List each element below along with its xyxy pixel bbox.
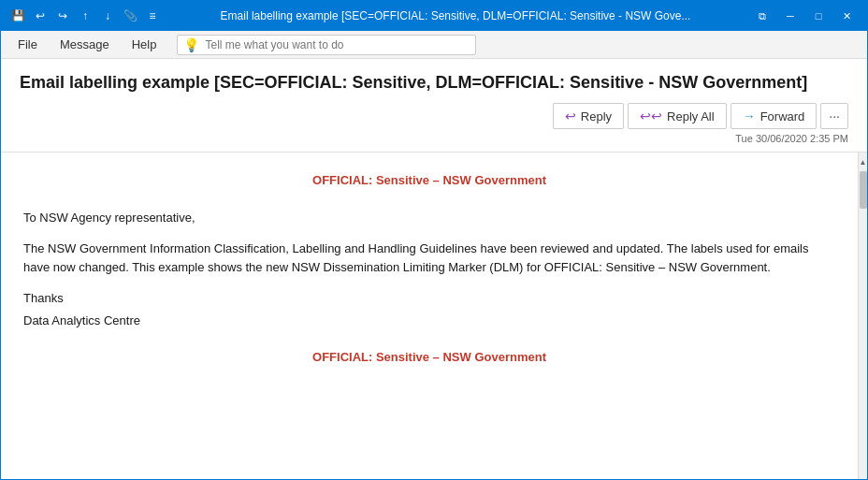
- scroll-up-arrow[interactable]: ▲: [859, 154, 868, 169]
- email-body-text: The NSW Government Information Classific…: [23, 240, 835, 276]
- close-button[interactable]: ✕: [833, 6, 860, 26]
- search-bar[interactable]: 💡: [177, 35, 476, 55]
- classification-bottom: OFFICIAL: Sensitive – NSW Government: [23, 348, 835, 367]
- title-bar-left-controls[interactable]: 💾 ↩ ↪ ↑ ↓ 📎 ≡: [8, 7, 162, 25]
- reply-button[interactable]: ↩ Reply: [553, 103, 624, 129]
- title-bar: 💾 ↩ ↪ ↑ ↓ 📎 ≡ Email labelling example [S…: [1, 1, 867, 31]
- minimize-button[interactable]: ─: [777, 6, 803, 26]
- scrollbar[interactable]: ▲: [858, 153, 867, 480]
- maximize-button[interactable]: □: [805, 6, 832, 26]
- restore-button[interactable]: ⧉: [749, 6, 775, 26]
- classification-top: OFFICIAL: Sensitive – NSW Government: [23, 171, 835, 190]
- menu-file[interactable]: File: [8, 34, 47, 55]
- reply-label: Reply: [581, 109, 612, 124]
- forward-button[interactable]: → Forward: [731, 103, 817, 129]
- email-body-container: OFFICIAL: Sensitive – NSW Government To …: [1, 153, 867, 480]
- email-header: Email labelling example [SEC=OFFICIAL: S…: [1, 59, 867, 153]
- more-titlebar-icon[interactable]: ≡: [143, 7, 162, 25]
- forward-icon: →: [743, 109, 756, 124]
- menu-bar: File Message Help 💡: [1, 31, 867, 59]
- menu-message[interactable]: Message: [51, 34, 119, 55]
- email-title: Email labelling example [SEC=OFFICIAL: S…: [20, 72, 848, 94]
- down-icon[interactable]: ↓: [98, 7, 117, 25]
- email-sender: Data Analytics Centre: [23, 312, 835, 330]
- search-input[interactable]: [205, 38, 470, 51]
- up-icon[interactable]: ↑: [76, 7, 94, 25]
- reply-all-button[interactable]: ↩↩ Reply All: [628, 103, 727, 129]
- more-actions-button[interactable]: ···: [820, 103, 848, 129]
- lightbulb-icon: 💡: [183, 37, 199, 52]
- save-icon[interactable]: 💾: [8, 7, 27, 25]
- email-greeting: To NSW Agency representative,: [23, 209, 835, 227]
- clip-icon[interactable]: 📎: [121, 7, 139, 25]
- scrollbar-thumb[interactable]: [860, 171, 867, 209]
- menu-help[interactable]: Help: [123, 34, 166, 55]
- undo-icon[interactable]: ↩: [31, 7, 50, 25]
- email-thanks: Thanks: [23, 289, 835, 308]
- forward-label: Forward: [760, 109, 805, 124]
- redo-icon[interactable]: ↪: [53, 7, 72, 25]
- window-controls[interactable]: ⧉ ─ □ ✕: [749, 6, 860, 26]
- reply-icon: ↩: [565, 109, 576, 124]
- email-date: Tue 30/06/2020 2:35 PM: [20, 133, 848, 144]
- reply-all-label: Reply All: [667, 109, 715, 124]
- window-title: Email labelling example [SEC=OFFICIAL: S…: [169, 9, 742, 22]
- email-body: OFFICIAL: Sensitive – NSW Government To …: [1, 153, 858, 480]
- email-actions: ↩ Reply ↩↩ Reply All → Forward ···: [20, 103, 848, 129]
- reply-all-icon: ↩↩: [640, 109, 662, 124]
